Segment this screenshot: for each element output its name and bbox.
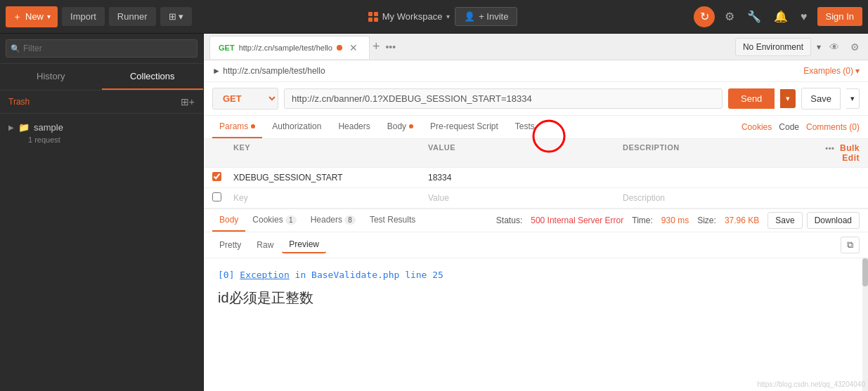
url-bar: GET POST PUT DELETE Send ▾ Save ▾	[204, 82, 868, 116]
scrollbar-thumb[interactable]	[862, 258, 868, 286]
workspace-button[interactable]: My Workspace ▾	[368, 11, 451, 22]
status-value: 500 Internal Server Error	[531, 216, 623, 225]
value-col-header: VALUE	[428, 143, 623, 163]
response-tabs-bar: Body Cookies 1 Headers 8 Test Results St…	[204, 209, 868, 232]
send-button[interactable]: Send	[728, 88, 775, 109]
filter-box: 🔍	[0, 34, 203, 64]
chevron-down-icon: ▾	[855, 66, 860, 76]
invite-button[interactable]: 👤 + Invite	[455, 7, 517, 26]
row2-check[interactable]	[212, 192, 233, 204]
resp-tab-body[interactable]: Body	[212, 209, 245, 232]
add-tab-button[interactable]: +	[370, 38, 383, 55]
error-location: in BaseValidate.php line 25	[295, 270, 443, 280]
check-col-header	[212, 143, 233, 163]
response-action-buttons: Save Download	[767, 212, 860, 229]
url-input[interactable]	[284, 88, 723, 109]
key-col-header: KEY	[233, 143, 428, 163]
collection-name[interactable]: sample	[34, 122, 63, 133]
main-layout: 🔍 History Collections Trash ⊞+ ▶ 📁 sampl…	[0, 34, 868, 391]
more-options-icon: •••	[825, 144, 834, 152]
trash-label[interactable]: Trash	[8, 97, 30, 107]
new-button[interactable]: ＋ New ▾	[6, 6, 58, 27]
view-raw[interactable]: Raw	[250, 237, 280, 253]
body-dot	[409, 124, 413, 128]
scrollbar[interactable]	[862, 258, 868, 391]
request-tab-item[interactable]: GET http://z.cn/sample/test/hello ✕	[209, 36, 370, 59]
view-pretty[interactable]: Pretty	[212, 237, 248, 253]
sidebar: 🔍 History Collections Trash ⊞+ ▶ 📁 sampl…	[0, 34, 204, 391]
tab-pre-request[interactable]: Pre-request Script	[423, 116, 505, 138]
copy-button[interactable]: ⧉	[841, 237, 860, 253]
tab-history[interactable]: History	[0, 64, 102, 90]
collection-row: ▶ 📁 sample	[8, 119, 195, 135]
tab-params[interactable]: Params	[212, 116, 262, 138]
bulk-edit-label[interactable]: Bulk Edit	[840, 143, 860, 163]
cookies-tab-label: Cookies	[252, 215, 283, 225]
row2-value[interactable]: Value	[428, 193, 623, 203]
signin-button[interactable]: Sign In	[817, 7, 862, 26]
topbar: ＋ New ▾ Import Runner ⊞ ▾ My Workspace ▾…	[0, 0, 868, 34]
tab-options-button[interactable]: •••	[382, 40, 399, 54]
center-area: My Workspace ▾ 👤 + Invite	[196, 7, 689, 26]
headers-tab-label: Headers	[311, 215, 342, 225]
save-button[interactable]: Save	[801, 88, 841, 110]
new-collection-icon[interactable]: ⊞+	[181, 96, 195, 107]
save-dropdown-button[interactable]: ▾	[846, 88, 860, 109]
expand-icon[interactable]: ▶	[8, 124, 14, 131]
status-area: Status: 500 Internal Server Error Time: …	[496, 212, 860, 229]
tab-tests[interactable]: Tests	[508, 116, 542, 138]
params-label: Params	[219, 121, 248, 131]
heart-icon[interactable]: ♥	[798, 8, 810, 26]
row1-check[interactable]	[212, 172, 233, 183]
settings-icon[interactable]: ⚙	[848, 40, 862, 54]
plus-icon: ＋	[13, 11, 22, 23]
bell-icon[interactable]: 🔔	[771, 7, 791, 26]
eye-icon[interactable]: 👁	[827, 40, 842, 54]
table-header: KEY VALUE DESCRIPTION ••• Bulk Edit	[204, 139, 868, 168]
save-response-button[interactable]: Save	[767, 212, 802, 229]
filter-input[interactable]	[6, 39, 197, 58]
cookies-link[interactable]: Cookies	[741, 122, 772, 132]
new-label: New	[25, 11, 44, 22]
watermark: https://blog.csdn.net/qq_43204040	[758, 380, 865, 388]
tab-headers[interactable]: Headers	[331, 116, 377, 138]
row1-value: 18334	[428, 173, 623, 183]
download-button[interactable]: Download	[807, 212, 860, 229]
search-icon: 🔍	[11, 44, 20, 53]
row2-key[interactable]: Key	[233, 193, 428, 203]
wrench-icon[interactable]: 🔧	[744, 7, 764, 26]
exception-link[interactable]: Exception	[240, 270, 289, 280]
row2-desc[interactable]: Description	[623, 193, 817, 203]
close-tab-button[interactable]: ✕	[346, 41, 361, 55]
exception-bracket: [0]	[218, 270, 240, 280]
right-icons: ↻ ⚙ 🔧 🔔 ♥ Sign In	[694, 6, 862, 27]
resp-tab-test-results[interactable]: Test Results	[363, 209, 422, 232]
settings-icon[interactable]: ⚙	[722, 7, 737, 26]
params-tabs: Params Authorization Headers Body Pre-re…	[204, 116, 868, 139]
sync-button[interactable]: ↻	[694, 6, 715, 27]
row1-key: XDEBUG_SESSION_START	[233, 173, 428, 183]
error-line: [0] Exception [0] Exception in BaseValid…	[218, 270, 854, 280]
method-select[interactable]: GET POST PUT DELETE	[212, 88, 278, 110]
tab-collections[interactable]: Collections	[102, 64, 204, 90]
folder-icon: 📁	[18, 122, 30, 133]
user-icon: 👤	[464, 11, 475, 22]
import-button[interactable]: Import	[62, 7, 105, 26]
send-dropdown-button[interactable]: ▾	[780, 89, 796, 108]
runner-button[interactable]: Runner	[109, 7, 156, 26]
comments-link[interactable]: Comments (0)	[806, 122, 860, 132]
request-tabs: GET http://z.cn/sample/test/hello ✕ + ••…	[204, 34, 868, 60]
view-preview[interactable]: Preview	[282, 237, 326, 253]
tab-authorization[interactable]: Authorization	[265, 116, 328, 138]
actions-col-header: ••• Bulk Edit	[817, 143, 860, 163]
tab-body[interactable]: Body	[380, 116, 420, 138]
code-link[interactable]: Code	[779, 122, 799, 132]
view-tabs: Pretty Raw Preview ⧉	[204, 232, 868, 258]
resp-tab-headers[interactable]: Headers 8	[304, 209, 363, 232]
resp-tab-cookies[interactable]: Cookies 1	[245, 209, 303, 232]
chevron-down-icon: ▾	[446, 13, 450, 20]
table-row: Key Value Description	[204, 188, 868, 208]
examples-link[interactable]: Examples (0) ▾	[803, 66, 860, 76]
extra-button[interactable]: ⊞ ▾	[160, 7, 193, 26]
chevron-down-icon: ▾	[47, 13, 51, 20]
